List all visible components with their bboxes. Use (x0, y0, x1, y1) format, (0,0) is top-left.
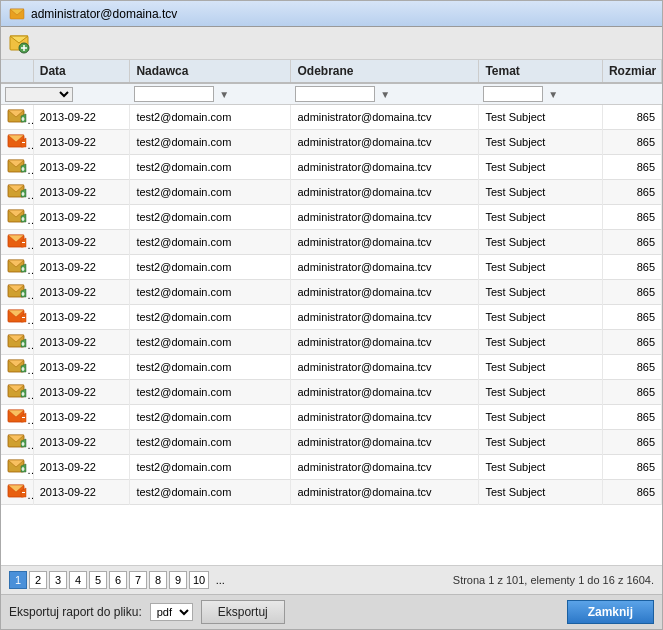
col-header-from[interactable]: Nadawca (130, 60, 291, 83)
col-header-date[interactable]: Data (33, 60, 130, 83)
row-date: 2013-09-22 (33, 455, 130, 480)
col-header-size[interactable]: Rozmiar (602, 60, 661, 83)
row-to: administrator@domaina.tcv (291, 105, 479, 130)
row-size: 865 (602, 130, 661, 155)
row-from: test2@domain.com (130, 455, 291, 480)
row-from: test2@domain.com (130, 405, 291, 430)
row-from: test2@domain.com (130, 355, 291, 380)
table-row[interactable]: 2013-09-22test2@domain.comadministrator@… (1, 330, 662, 355)
email-icon (7, 108, 27, 124)
filter-to-input[interactable] (295, 86, 375, 102)
close-button[interactable]: Zamknij (567, 600, 654, 624)
table-header-row: Data Nadawca Odebrane Temat Rozmiar (1, 60, 662, 83)
filter-to-icon[interactable]: ▼ (380, 89, 390, 100)
email-icon (7, 233, 27, 249)
filter-subject-icon[interactable]: ▼ (548, 89, 558, 100)
row-icon-cell (1, 130, 33, 155)
table-row[interactable]: 2013-09-22test2@domain.comadministrator@… (1, 480, 662, 505)
page-button[interactable]: 1 (9, 571, 27, 589)
row-to: administrator@domaina.tcv (291, 405, 479, 430)
email-icon (7, 183, 27, 199)
row-size: 865 (602, 380, 661, 405)
export-button[interactable]: Eksportuj (201, 600, 285, 624)
row-date: 2013-09-22 (33, 430, 130, 455)
table-row[interactable]: 2013-09-22test2@domain.comadministrator@… (1, 355, 662, 380)
add-button[interactable] (7, 31, 31, 55)
table-row[interactable]: 2013-09-22test2@domain.comadministrator@… (1, 130, 662, 155)
page-button[interactable]: 7 (129, 571, 147, 589)
row-date: 2013-09-22 (33, 155, 130, 180)
row-size: 865 (602, 480, 661, 505)
table-row[interactable]: 2013-09-22test2@domain.comadministrator@… (1, 155, 662, 180)
row-date: 2013-09-22 (33, 305, 130, 330)
table-row[interactable]: 2013-09-22test2@domain.comadministrator@… (1, 405, 662, 430)
row-subject: Test Subject (479, 230, 603, 255)
row-size: 865 (602, 305, 661, 330)
footer-bar: Eksportuj raport do pliku: pdfcsvxls Eks… (1, 594, 662, 629)
page-button[interactable]: 8 (149, 571, 167, 589)
window-title: administrator@domaina.tcv (31, 7, 177, 21)
row-size: 865 (602, 330, 661, 355)
page-button[interactable]: 4 (69, 571, 87, 589)
filter-from-input[interactable] (134, 86, 214, 102)
email-icon (7, 383, 27, 399)
table-row[interactable]: 2013-09-22test2@domain.comadministrator@… (1, 305, 662, 330)
row-date: 2013-09-22 (33, 405, 130, 430)
table-row[interactable]: 2013-09-22test2@domain.comadministrator@… (1, 430, 662, 455)
row-date: 2013-09-22 (33, 105, 130, 130)
export-label: Eksportuj raport do pliku: (9, 605, 142, 619)
row-to: administrator@domaina.tcv (291, 180, 479, 205)
table-row[interactable]: 2013-09-22test2@domain.comadministrator@… (1, 380, 662, 405)
email-icon (7, 133, 27, 149)
col-header-to[interactable]: Odebrane (291, 60, 479, 83)
row-subject: Test Subject (479, 180, 603, 205)
row-date: 2013-09-22 (33, 255, 130, 280)
pagination-status: Strona 1 z 101, elementy 1 do 16 z 1604. (453, 574, 654, 586)
row-subject: Test Subject (479, 330, 603, 355)
row-from: test2@domain.com (130, 280, 291, 305)
filter-type-select[interactable] (5, 87, 73, 102)
col-header-subject[interactable]: Temat (479, 60, 603, 83)
page-button[interactable]: 3 (49, 571, 67, 589)
email-icon (7, 258, 27, 274)
page-button[interactable]: ... (211, 571, 229, 589)
row-date: 2013-09-22 (33, 280, 130, 305)
row-subject: Test Subject (479, 105, 603, 130)
table-row[interactable]: 2013-09-22test2@domain.comadministrator@… (1, 205, 662, 230)
page-button[interactable]: 2 (29, 571, 47, 589)
table-scroll[interactable]: Data Nadawca Odebrane Temat Rozmiar (1, 60, 662, 565)
row-to: administrator@domaina.tcv (291, 130, 479, 155)
filter-cell-to: ▼ (291, 83, 479, 105)
row-from: test2@domain.com (130, 430, 291, 455)
export-format-select[interactable]: pdfcsvxls (150, 603, 193, 621)
window-icon (9, 6, 25, 22)
page-button[interactable]: 9 (169, 571, 187, 589)
row-size: 865 (602, 205, 661, 230)
row-subject: Test Subject (479, 355, 603, 380)
table-row[interactable]: 2013-09-22test2@domain.comadministrator@… (1, 280, 662, 305)
table-body: 2013-09-22test2@domain.comadministrator@… (1, 105, 662, 505)
table-row[interactable]: 2013-09-22test2@domain.comadministrator@… (1, 180, 662, 205)
row-subject: Test Subject (479, 305, 603, 330)
table-row[interactable]: 2013-09-22test2@domain.comadministrator@… (1, 105, 662, 130)
row-to: administrator@domaina.tcv (291, 305, 479, 330)
row-icon-cell (1, 405, 33, 430)
row-from: test2@domain.com (130, 155, 291, 180)
toolbar (1, 27, 662, 60)
table-row[interactable]: 2013-09-22test2@domain.comadministrator@… (1, 230, 662, 255)
row-date: 2013-09-22 (33, 380, 130, 405)
row-subject: Test Subject (479, 155, 603, 180)
filter-subject-input[interactable] (483, 86, 543, 102)
pagination-bar: 12345678910... Strona 1 z 101, elementy … (1, 565, 662, 594)
row-size: 865 (602, 255, 661, 280)
page-button[interactable]: 5 (89, 571, 107, 589)
row-from: test2@domain.com (130, 130, 291, 155)
page-button[interactable]: 6 (109, 571, 127, 589)
row-icon-cell (1, 180, 33, 205)
filter-cell-subject: ▼ (479, 83, 603, 105)
filter-from-icon[interactable]: ▼ (219, 89, 229, 100)
table-row[interactable]: 2013-09-22test2@domain.comadministrator@… (1, 255, 662, 280)
page-button[interactable]: 10 (189, 571, 209, 589)
filter-row: ▼ ▼ ▼ (1, 83, 662, 105)
table-row[interactable]: 2013-09-22test2@domain.comadministrator@… (1, 455, 662, 480)
